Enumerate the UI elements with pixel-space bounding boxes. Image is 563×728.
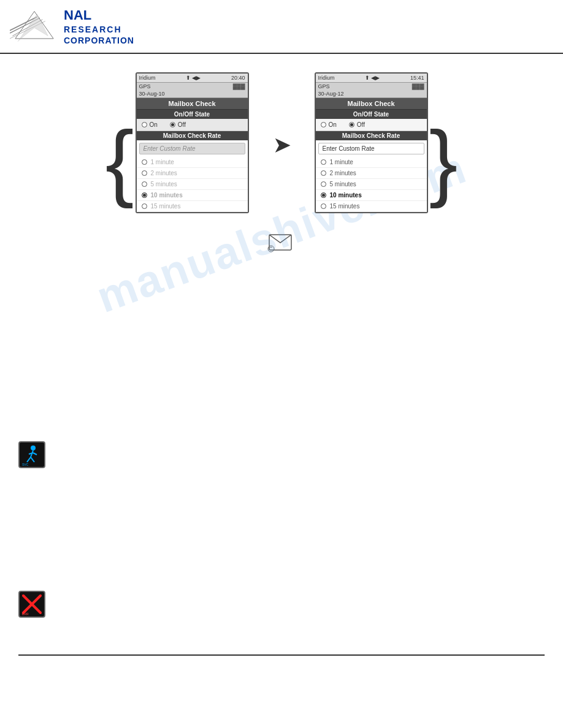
right-rate-2min[interactable]: 2 minutes <box>316 168 427 179</box>
screens-container: { Iridium ⬆ ◀▶ 20:40 GPS ▓▓▓ 30-Aug-10 M… <box>18 72 545 213</box>
right-radio-15min[interactable] <box>321 203 326 209</box>
right-mailbox-title: Mailbox Check <box>316 98 427 110</box>
svg-text:ERR: ERR <box>22 612 29 615</box>
right-rate-10min[interactable]: 10 minutes <box>316 190 427 201</box>
right-off-label: Off <box>357 121 365 128</box>
right-signal-strength: ▓▓▓ <box>412 83 424 89</box>
left-rate-1min[interactable]: 1 minute <box>137 157 248 168</box>
page-header: NAL RESEARCH CORPORATION <box>0 0 563 54</box>
email-icon-area <box>18 232 545 257</box>
right-custom-rate-input[interactable]: Enter Custom Rate <box>318 143 424 154</box>
left-radio-2min[interactable] <box>142 170 147 176</box>
left-date-row: 30-Aug-10 <box>137 90 248 98</box>
right-mailbox-panel: Mailbox Check On/Off State On Off Mailbo… <box>316 98 427 212</box>
right-rate-1min[interactable]: 1 minute <box>316 157 427 168</box>
left-off-label: Off <box>178 121 186 128</box>
left-rate-header: Mailbox Check Rate <box>137 131 248 140</box>
left-radio-1min[interactable] <box>142 159 147 165</box>
arrow-right-icon: ➤ <box>274 134 290 157</box>
left-status-bar: Iridium ⬆ ◀▶ 20:40 <box>137 74 248 83</box>
right-screen-wrapper: Iridium ⬆ ◀▶ 15:41 GPS ▓▓▓ 30-Aug-12 Mai… <box>315 72 458 213</box>
right-gps-row: GPS ▓▓▓ <box>316 83 427 90</box>
left-signal-strength: ▓▓▓ <box>233 83 245 89</box>
left-brace-icon: { <box>105 82 134 204</box>
error-icon: ERR <box>20 593 44 616</box>
left-signal-icons: ⬆ ◀▶ <box>186 75 201 81</box>
right-device-frame: Iridium ⬆ ◀▶ 15:41 GPS ▓▓▓ 30-Aug-12 Mai… <box>315 72 428 213</box>
right-rate-header: Mailbox Check Rate <box>316 131 427 140</box>
running-person-icon: SVC <box>21 444 43 466</box>
left-date: 30-Aug-10 <box>139 91 165 97</box>
service-icon-section: SVC <box>18 441 545 468</box>
right-date: 30-Aug-12 <box>318 91 344 97</box>
left-onoff-header: On/Off State <box>137 110 248 119</box>
left-gps-row: GPS ▓▓▓ <box>137 83 248 90</box>
logo-container: NAL RESEARCH CORPORATION <box>10 5 134 48</box>
left-status-iridium: Iridium <box>139 75 156 81</box>
left-on-radio[interactable] <box>142 122 147 127</box>
left-radio-15min[interactable] <box>142 203 147 209</box>
right-off-option[interactable]: Off <box>349 121 365 128</box>
left-radio-row: On Off <box>137 119 248 131</box>
left-on-label: On <box>150 121 158 128</box>
left-on-option[interactable]: On <box>142 121 158 128</box>
right-rate-15min[interactable]: 15 minutes <box>316 201 427 212</box>
arrow-container: ➤ <box>274 72 290 157</box>
left-rate-5min[interactable]: 5 minutes <box>137 179 248 190</box>
right-time: 15:41 <box>410 75 424 81</box>
right-rate-5min[interactable]: 5 minutes <box>316 179 427 190</box>
left-device-frame: Iridium ⬆ ◀▶ 20:40 GPS ▓▓▓ 30-Aug-10 Mai… <box>136 72 249 213</box>
left-screen-wrapper: { Iridium ⬆ ◀▶ 20:40 GPS ▓▓▓ 30-Aug-10 M… <box>105 72 249 213</box>
svg-marker-5 <box>18 14 48 41</box>
right-radio-row: On Off <box>316 119 427 131</box>
left-rate-15min[interactable]: 15 minutes <box>137 201 248 212</box>
left-rate-2min[interactable]: 2 minutes <box>137 168 248 179</box>
footer-divider <box>18 654 545 656</box>
right-on-label: On <box>329 121 337 128</box>
right-onoff-header: On/Off State <box>316 110 427 119</box>
svg-text:SVC: SVC <box>22 463 29 466</box>
left-gps-label: GPS <box>139 83 151 89</box>
left-rate-10min[interactable]: 10 minutes <box>137 190 248 201</box>
company-name: NAL RESEARCH CORPORATION <box>64 7 134 47</box>
right-radio-5min[interactable] <box>321 181 326 187</box>
right-on-radio[interactable] <box>321 122 326 127</box>
left-off-radio[interactable] <box>170 122 175 127</box>
left-off-option[interactable]: Off <box>170 121 186 128</box>
left-time: 20:40 <box>231 75 245 81</box>
nal-logo-icon <box>10 5 59 48</box>
left-rate-section: Enter Custom Rate 1 minute 2 minutes <box>137 143 248 212</box>
right-radio-2min[interactable] <box>321 170 326 176</box>
main-content: manualshive.com { Iridium ⬆ ◀▶ 20:40 GPS… <box>0 54 563 668</box>
right-status-iridium: Iridium <box>318 75 335 81</box>
svg-line-10 <box>27 457 31 462</box>
left-radio-5min[interactable] <box>142 181 147 187</box>
svg-line-11 <box>31 457 34 462</box>
right-radio-10min[interactable] <box>321 192 326 198</box>
right-date-row: 30-Aug-12 <box>316 90 427 98</box>
right-off-radio[interactable] <box>349 122 354 127</box>
right-on-option[interactable]: On <box>321 121 337 128</box>
right-status-bar: Iridium ⬆ ◀▶ 15:41 <box>316 74 427 83</box>
service-icon-box: SVC <box>18 441 45 468</box>
right-brace-icon: } <box>429 82 458 204</box>
left-mailbox-panel: Mailbox Check On/Off State On Off Mailbo… <box>137 98 248 212</box>
x-error-icon: ERR <box>21 593 43 615</box>
right-rate-section: Enter Custom Rate 1 minute 2 minutes <box>316 143 427 212</box>
left-custom-rate-input[interactable]: Enter Custom Rate <box>139 143 245 154</box>
right-signal-icons: ⬆ ◀▶ <box>365 75 380 81</box>
right-radio-1min[interactable] <box>321 159 326 165</box>
email-icon <box>266 232 297 253</box>
error-icon-section: ERR <box>18 591 545 618</box>
right-gps-label: GPS <box>318 83 330 89</box>
service-icon: SVC <box>20 443 44 466</box>
left-mailbox-title: Mailbox Check <box>137 98 248 110</box>
svg-line-12 <box>33 453 37 455</box>
error-icon-box: ERR <box>18 591 45 618</box>
left-radio-10min[interactable] <box>142 192 147 198</box>
svg-point-8 <box>31 446 36 450</box>
